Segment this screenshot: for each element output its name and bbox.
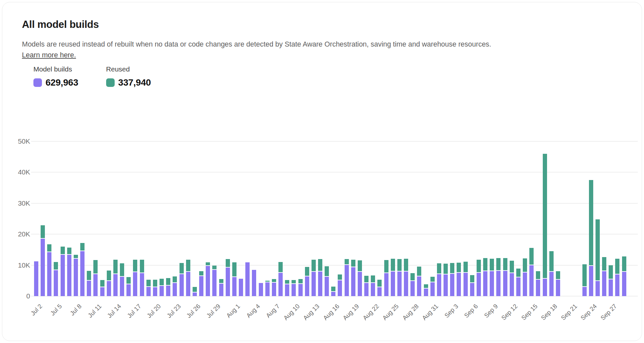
bar-group[interactable]	[410, 273, 415, 296]
bar-group[interactable]	[437, 263, 441, 296]
bar-group[interactable]	[199, 271, 203, 296]
bar-group[interactable]	[153, 280, 157, 296]
bar-group[interactable]	[298, 279, 303, 296]
bar-group[interactable]	[107, 271, 111, 296]
bar-group[interactable]	[193, 287, 197, 296]
bar-group[interactable]	[503, 258, 507, 296]
bar-group[interactable]	[444, 264, 448, 296]
bar-group[interactable]	[338, 274, 342, 296]
bar-group[interactable]	[496, 258, 501, 296]
bar-group[interactable]	[265, 281, 270, 296]
bar-group[interactable]	[523, 258, 527, 296]
bar-group[interactable]	[146, 280, 151, 296]
bar-segment-reused	[444, 264, 448, 274]
bar-group[interactable]	[470, 275, 474, 296]
bar-group[interactable]	[206, 262, 210, 296]
bar-group[interactable]	[133, 260, 137, 296]
bar-group[interactable]	[325, 266, 329, 296]
bar-group[interactable]	[424, 284, 428, 296]
bar-group[interactable]	[212, 266, 217, 296]
y-axis-label: 30K	[2, 199, 30, 208]
bar-group[interactable]	[219, 279, 223, 296]
bar-group[interactable]	[87, 271, 91, 296]
bar-group[interactable]	[615, 259, 619, 296]
bar-group[interactable]	[450, 263, 454, 296]
bar-segment-reused	[351, 260, 355, 267]
bar-group[interactable]	[384, 260, 388, 296]
bar-group[interactable]	[252, 270, 256, 296]
bar-group[interactable]	[536, 271, 540, 296]
bar-group[interactable]	[61, 247, 65, 296]
bar-group[interactable]	[272, 279, 276, 296]
bar-group[interactable]	[377, 280, 382, 296]
bar-group[interactable]	[483, 258, 487, 296]
bar-group[interactable]	[331, 287, 335, 296]
bar-group[interactable]	[397, 259, 402, 296]
bar-group[interactable]	[318, 259, 322, 296]
bar-group[interactable]	[100, 280, 104, 296]
bar-group[interactable]	[285, 280, 289, 296]
bar-group[interactable]	[358, 260, 362, 296]
bar-group[interactable]	[180, 263, 184, 296]
bar-segment-reused	[54, 262, 58, 270]
bar-group[interactable]	[245, 262, 250, 296]
bar-group[interactable]	[602, 257, 606, 296]
bar-group[interactable]	[126, 277, 131, 296]
bar-group[interactable]	[543, 154, 547, 296]
bar-group[interactable]	[67, 248, 71, 296]
bar-group[interactable]	[556, 271, 560, 296]
bar-group[interactable]	[259, 283, 263, 296]
bar-group[interactable]	[549, 251, 554, 296]
bar-segment-reused	[602, 257, 606, 270]
bar-group[interactable]	[113, 260, 118, 296]
bar-group[interactable]	[582, 264, 587, 296]
bar-group[interactable]	[226, 259, 230, 296]
bar-group[interactable]	[351, 260, 355, 296]
bar-segment-reused	[298, 279, 303, 283]
bar-segment-reused	[226, 259, 230, 267]
bar-group[interactable]	[430, 277, 435, 296]
bar-group[interactable]	[93, 260, 98, 296]
bar-group[interactable]	[490, 259, 494, 296]
bar-group[interactable]	[364, 276, 369, 296]
bar-group[interactable]	[464, 262, 468, 296]
bar-group[interactable]	[41, 225, 45, 296]
bar-segment-model-builds	[325, 277, 329, 296]
bar-group[interactable]	[457, 263, 461, 296]
bar-group[interactable]	[404, 259, 408, 296]
bar-segment-model-builds	[47, 252, 51, 296]
bar-group[interactable]	[239, 279, 243, 296]
bar-group[interactable]	[292, 280, 296, 296]
bar-segment-model-builds	[61, 255, 65, 296]
bar-group[interactable]	[596, 219, 600, 296]
bar-group[interactable]	[529, 248, 534, 296]
bar-group[interactable]	[173, 276, 177, 296]
bar-group[interactable]	[54, 262, 58, 296]
bar-group[interactable]	[312, 260, 316, 296]
bar-group[interactable]	[80, 243, 85, 296]
bar-segment-reused	[609, 265, 613, 279]
bar-group[interactable]	[622, 256, 626, 296]
bar-group[interactable]	[477, 260, 481, 296]
bar-group[interactable]	[510, 261, 514, 296]
bar-group[interactable]	[371, 275, 375, 296]
x-axis-label: Sep 18	[540, 303, 559, 322]
bar-group[interactable]	[120, 263, 124, 296]
bar-group[interactable]	[34, 261, 38, 296]
bar-segment-model-builds	[510, 273, 514, 296]
bar-group[interactable]	[140, 260, 144, 296]
bar-group[interactable]	[74, 255, 78, 296]
bar-group[interactable]	[516, 269, 521, 296]
bar-group[interactable]	[589, 180, 593, 296]
bar-group[interactable]	[305, 267, 309, 296]
bar-group[interactable]	[232, 262, 237, 296]
bar-group[interactable]	[609, 265, 613, 296]
bar-group[interactable]	[345, 259, 349, 296]
bar-group[interactable]	[186, 260, 190, 296]
bar-group[interactable]	[160, 279, 164, 296]
bar-group[interactable]	[47, 244, 51, 296]
bar-group[interactable]	[391, 259, 395, 296]
bar-group[interactable]	[166, 278, 170, 296]
bar-group[interactable]	[417, 267, 421, 296]
bar-group[interactable]	[278, 262, 283, 296]
